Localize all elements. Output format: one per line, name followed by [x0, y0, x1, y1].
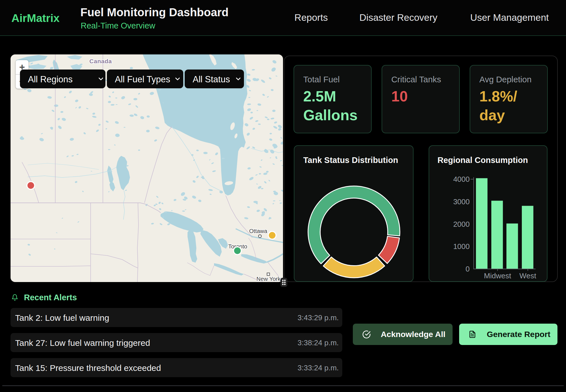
- svg-text:4000: 4000: [453, 175, 470, 183]
- svg-text:West: West: [520, 271, 537, 280]
- svg-text:Ottawa: Ottawa: [249, 228, 267, 234]
- svg-text:Midwest: Midwest: [484, 271, 511, 280]
- svg-text:1000: 1000: [453, 242, 470, 251]
- svg-text:New York: New York: [256, 276, 281, 282]
- svg-text:3000: 3000: [453, 197, 470, 206]
- svg-text:Canada: Canada: [89, 58, 112, 64]
- svg-text:2000: 2000: [453, 220, 470, 228]
- svg-text:0: 0: [466, 265, 470, 273]
